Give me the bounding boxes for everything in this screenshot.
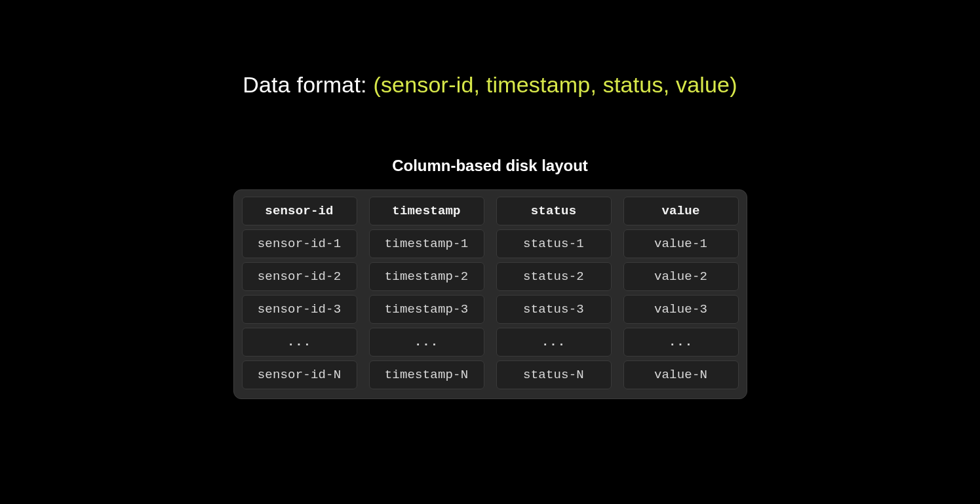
column-value: value value-1 value-2 value-3 ... value-… (623, 197, 739, 389)
column-header: sensor-id (242, 197, 357, 225)
column-cell-ellipsis: ... (369, 328, 484, 357)
column-cell: value-3 (623, 295, 739, 324)
column-cell: timestamp-N (369, 360, 484, 389)
column-layout-box: sensor-id sensor-id-1 sensor-id-2 sensor… (233, 189, 747, 399)
column-cell: timestamp-1 (369, 229, 484, 258)
column-cell: sensor-id-1 (242, 229, 357, 258)
column-cell: timestamp-2 (369, 262, 484, 291)
column-cell: sensor-id-2 (242, 262, 357, 291)
column-sensor-id: sensor-id sensor-id-1 sensor-id-2 sensor… (242, 197, 357, 389)
data-format-title: Data format: (sensor-id, timestamp, stat… (243, 72, 737, 98)
diagram-stage: Data format: (sensor-id, timestamp, stat… (233, 0, 747, 399)
column-cell-ellipsis: ... (496, 328, 612, 357)
title-prefix: Data format: (243, 72, 373, 97)
title-tuple: (sensor-id, timestamp, status, value) (373, 72, 737, 97)
column-cell: value-2 (623, 262, 739, 291)
column-header: status (496, 197, 612, 225)
column-cell: status-3 (496, 295, 612, 324)
column-cell: status-1 (496, 229, 612, 258)
column-cell-ellipsis: ... (242, 328, 357, 357)
column-cell: status-2 (496, 262, 612, 291)
column-header: timestamp (369, 197, 484, 225)
column-status: status status-1 status-2 status-3 ... st… (496, 197, 612, 389)
column-timestamp: timestamp timestamp-1 timestamp-2 timest… (369, 197, 484, 389)
column-cell: timestamp-3 (369, 295, 484, 324)
column-cell: status-N (496, 360, 612, 389)
column-cell: value-1 (623, 229, 739, 258)
column-cell: value-N (623, 360, 739, 389)
column-cell: sensor-id-N (242, 360, 357, 389)
column-header: value (623, 197, 739, 225)
column-cell: sensor-id-3 (242, 295, 357, 324)
column-cell-ellipsis: ... (623, 328, 739, 357)
layout-subtitle: Column-based disk layout (392, 157, 588, 175)
